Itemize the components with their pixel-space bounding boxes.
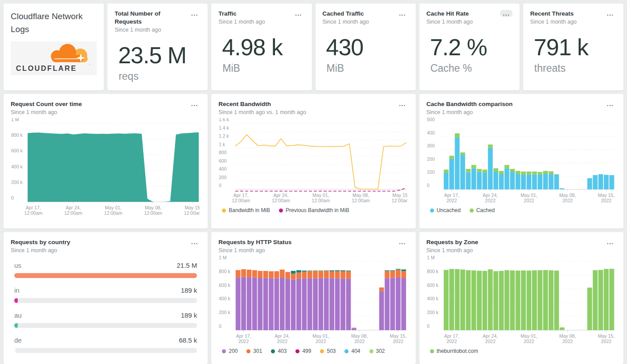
legend-item[interactable]: 503 (320, 348, 336, 354)
panel-title: Traffic (218, 10, 265, 18)
legend-item[interactable]: 499 (295, 348, 311, 354)
panel-subtitle: Since 1 month ago (11, 109, 82, 115)
panel-menu-button[interactable]: ... (604, 10, 616, 17)
panel-cache-bandwidth: Cache Bandwidth comparison Since 1 month… (419, 94, 623, 229)
cache-bandwidth-legend: UncachedCached (426, 207, 616, 213)
cloudflare-wordmark: CLOUDFLARE (16, 64, 77, 72)
legend-item[interactable]: Bandwidth in MiB (222, 207, 270, 213)
svg-text:2022: 2022 (601, 339, 611, 344)
svg-text:0: 0 (427, 323, 430, 329)
svg-text:600 k: 600 k (427, 282, 438, 288)
svg-text:May 08,: May 08, (559, 192, 576, 198)
legend-label: 302 (376, 348, 385, 354)
legend-label: Bandwidth in MiB (229, 207, 270, 213)
country-row: au189 k (14, 311, 197, 328)
svg-text:Apr 24,: Apr 24, (483, 333, 498, 339)
legend-dot-icon (430, 209, 434, 213)
legend-item[interactable]: 301 (246, 348, 262, 354)
svg-text:200: 200 (219, 175, 227, 180)
svg-text:2022: 2022 (485, 339, 496, 344)
legend-item[interactable]: 200 (222, 348, 238, 354)
legend-dot-icon (222, 349, 226, 353)
legend-item[interactable]: 404 (344, 348, 360, 354)
svg-text:Apr 17,: Apr 17, (444, 333, 459, 339)
panel-requests-by-http-status: Requests by HTTP Status Since 1 month ag… (211, 232, 415, 364)
legend-label: 503 (327, 348, 336, 354)
panel-menu-button[interactable]: ... (500, 10, 512, 17)
zone-legend: theburritobot.com (426, 348, 616, 354)
svg-text:12:00am: 12:00am (312, 198, 330, 203)
svg-text:200 k: 200 k (11, 180, 23, 185)
panel-subtitle: Since 1 month ago (426, 109, 513, 115)
legend-label: theburritobot.com (437, 348, 478, 354)
legend-dot-icon (246, 349, 250, 353)
stat-unit: reqs (115, 70, 201, 82)
http-status-legend: 200301403499503404302530526524 (218, 348, 408, 364)
legend-item[interactable]: Previous Bandwidth in MiB (279, 207, 349, 213)
svg-text:1 k: 1 k (219, 142, 225, 147)
svg-text:400: 400 (219, 166, 227, 172)
bandwidth-line-chart: 02004006008001 k1.2 k1.4 k1.6 kApr 17,12… (218, 118, 407, 204)
svg-text:2022: 2022 (316, 339, 327, 344)
svg-text:May 15,: May 15, (390, 333, 406, 339)
legend-item[interactable]: Uncached (430, 207, 461, 213)
svg-text:200 k: 200 k (427, 310, 438, 315)
svg-text:800 k: 800 k (219, 269, 230, 274)
svg-text:2022: 2022 (354, 339, 365, 344)
svg-text:1 M: 1 M (11, 118, 19, 122)
country-label: au (14, 311, 22, 319)
svg-text:12:00am: 12:00am (104, 210, 123, 216)
svg-text:May 08,: May 08, (352, 192, 369, 198)
svg-text:0: 0 (427, 183, 430, 188)
svg-text:May 15,: May 15, (598, 192, 614, 198)
svg-text:2022: 2022 (485, 198, 496, 203)
svg-text:12:00am: 12:00am (392, 198, 407, 203)
country-bar-track (14, 298, 197, 303)
dashboard-title: Cloudflare Network Logs (11, 10, 97, 36)
country-value: 189 k (181, 311, 197, 319)
panel-menu-button[interactable]: ... (396, 238, 409, 245)
svg-text:12:00am: 12:00am (24, 210, 42, 216)
stat-value: 791 k (530, 34, 616, 61)
legend-label: 404 (351, 348, 360, 354)
svg-text:600: 600 (219, 158, 227, 164)
country-row: de68.5 k (14, 336, 197, 353)
panel-menu-button[interactable]: ... (189, 238, 201, 245)
http-status-bar-chart: 0200 k400 k600 k800 k1 MApr 17,2022Apr 2… (218, 256, 407, 345)
panel-requests-by-zone: Requests by Zone Since 1 month ago ... 0… (419, 232, 623, 364)
legend-item[interactable]: 403 (271, 348, 287, 354)
svg-text:400 k: 400 k (219, 296, 230, 302)
svg-text:0: 0 (11, 195, 14, 200)
panel-menu-button[interactable]: ... (604, 100, 616, 107)
panel-menu-button[interactable]: ... (396, 100, 409, 107)
panel-menu-button[interactable]: ... (604, 238, 616, 245)
svg-text:Apr 17,: Apr 17, (26, 205, 41, 210)
country-bar-list: us21.5 Min189 kau189 kde68.5 k (11, 262, 201, 353)
panel-menu-button[interactable]: ... (292, 10, 305, 17)
legend-item[interactable]: Cached (470, 207, 495, 213)
country-bar-fill (14, 298, 18, 303)
svg-text:12:00am: 12:00am (272, 198, 290, 203)
panel-menu-button[interactable]: ... (189, 10, 201, 17)
country-value: 68.5 k (179, 336, 197, 344)
svg-text:400 k: 400 k (427, 296, 438, 302)
panel-title: Recent Bandwidth (218, 100, 306, 108)
stat-unit: Cache % (426, 62, 512, 74)
panel-cached-traffic: Cached Traffic Since 1 month ago ... 430… (316, 4, 416, 90)
svg-text:1.4 k: 1.4 k (219, 125, 229, 131)
svg-text:600 k: 600 k (11, 148, 23, 154)
panel-recent-bandwidth: Recent Bandwidth Since 1 month ago vs. 1… (211, 94, 415, 229)
panel-menu-button[interactable]: ... (396, 10, 409, 17)
svg-text:May 01,: May 01, (313, 192, 329, 198)
country-bar-fill (14, 323, 18, 328)
legend-item[interactable]: theburritobot.com (430, 348, 478, 354)
svg-text:12:00am: 12:00am (232, 198, 250, 203)
panel-recent-threats: Recent Threats Since 1 month ago ... 791… (523, 4, 623, 90)
svg-text:800 k: 800 k (11, 132, 23, 138)
panel-menu-button[interactable]: ... (189, 100, 201, 107)
svg-text:1.6 k: 1.6 k (219, 118, 229, 122)
country-value: 189 k (181, 286, 197, 294)
legend-item[interactable]: 302 (369, 348, 385, 354)
stat-unit: MiB (218, 62, 304, 74)
svg-text:Apr 24,: Apr 24, (274, 192, 289, 198)
